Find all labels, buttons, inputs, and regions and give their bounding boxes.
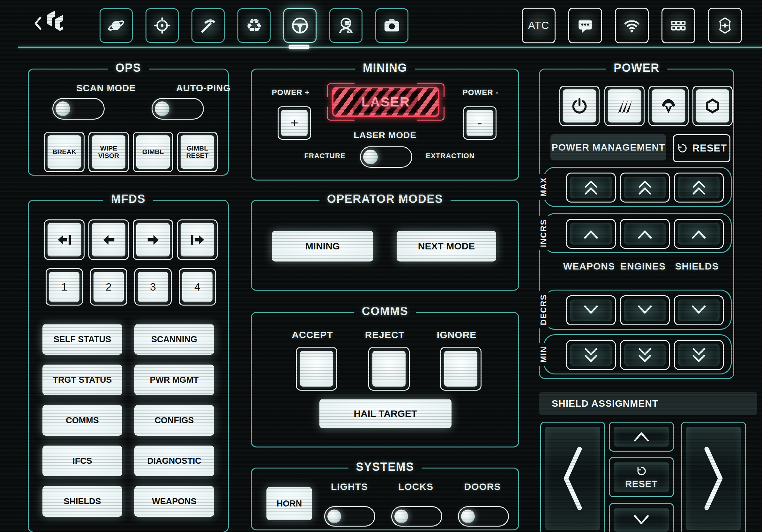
wifi-icon xyxy=(623,16,641,35)
accept-button-face xyxy=(300,351,333,386)
shield-arrow-icon xyxy=(652,89,685,122)
locks-toggle[interactable] xyxy=(391,506,442,527)
mfd-4-button[interactable]: 4 xyxy=(179,268,216,305)
ignore-button[interactable] xyxy=(440,347,482,391)
next-mode-button[interactable]: NEXT MODE xyxy=(397,231,496,262)
lights-toggle[interactable] xyxy=(324,506,375,527)
mfd-last-button[interactable] xyxy=(177,220,218,260)
power-toggle-button[interactable] xyxy=(559,86,600,126)
power-management-header: POWER MANAGEMENT xyxy=(551,134,666,161)
ignore-label: IGNORE xyxy=(426,329,487,340)
shield-assignment-title: SHIELD ASSIGNMENT xyxy=(552,398,658,409)
auto-ping-toggle[interactable] xyxy=(152,98,204,120)
weapons-min-button[interactable] xyxy=(566,340,616,370)
doors-label: DOORS xyxy=(454,481,511,492)
laser-mode-toggle[interactable] xyxy=(360,146,412,168)
shields-decrs-button[interactable] xyxy=(674,295,724,325)
shield-reset-button[interactable]: RESET xyxy=(609,457,674,497)
astronaut-icon xyxy=(336,16,355,35)
chevron-up-icon xyxy=(689,228,709,240)
mfd-ifcs-button[interactable]: IFCS xyxy=(42,445,122,476)
reject-button-face xyxy=(372,351,406,386)
doors-toggle[interactable] xyxy=(458,506,509,527)
power-settings-button[interactable] xyxy=(692,86,733,126)
shields-power-button[interactable] xyxy=(648,86,689,126)
shield-down-button[interactable] xyxy=(609,503,674,532)
emblem-button[interactable] xyxy=(708,8,742,43)
scan-mode-toggle[interactable] xyxy=(52,98,105,120)
back-button[interactable] xyxy=(33,16,43,31)
current-mode-button[interactable]: MINING xyxy=(272,231,373,262)
double-chevron-down-icon xyxy=(581,346,601,364)
weapons-incrs-button[interactable] xyxy=(566,219,616,249)
chevron-up-icon xyxy=(631,431,652,443)
ignore-button-face xyxy=(444,351,477,386)
mining-panel-title: MINING xyxy=(355,61,415,75)
mining-console-screen: { "colors": { "accent": "#4fb3ad", "dang… xyxy=(0,0,762,532)
gameglass-logo-icon xyxy=(44,10,66,37)
recycle-icon: ♻ xyxy=(246,16,262,35)
shield-reset-label: RESET xyxy=(625,479,658,489)
shield-right-button[interactable] xyxy=(681,422,746,532)
nav-crew-button[interactable] xyxy=(329,8,362,43)
nav-targeting-button[interactable] xyxy=(145,8,179,43)
mfd-2-button[interactable]: 2 xyxy=(90,268,127,305)
emblem-icon xyxy=(716,16,734,35)
power-reset-button[interactable]: RESET xyxy=(673,134,730,162)
atc-label: ATC xyxy=(528,20,550,32)
mfd-trgt-status-button[interactable]: TRGT STATUS xyxy=(42,365,122,395)
wipe-visor-button[interactable]: WIPE VISOR xyxy=(88,132,129,172)
mfd-1-button[interactable]: 1 xyxy=(45,268,83,305)
break-button[interactable]: BREAK xyxy=(44,132,85,172)
mfd-3-button[interactable]: 3 xyxy=(134,268,172,305)
mfds-panel-title: MFDS xyxy=(104,192,153,206)
mfd-pwr-mgmt-button[interactable]: PWR MGMT xyxy=(134,365,214,395)
planet-icon xyxy=(107,16,126,35)
shield-up-button[interactable] xyxy=(609,422,674,452)
engines-decrs-button[interactable] xyxy=(620,295,670,325)
engines-max-button[interactable] xyxy=(620,172,670,203)
laser-label: LASER xyxy=(334,88,438,115)
atc-button[interactable]: ATC xyxy=(522,8,556,43)
mfd-weapons-button[interactable]: WEAPONS xyxy=(134,486,214,517)
camera-icon xyxy=(382,16,402,35)
mfd-self-status-button[interactable]: SELF STATUS xyxy=(42,324,122,355)
gimbl-reset-button[interactable]: GIMBL RESET xyxy=(177,132,218,172)
gimbl-button[interactable]: GIMBL xyxy=(133,132,173,172)
accept-button[interactable] xyxy=(296,347,337,391)
mfd-scanning-button[interactable]: SCANNING xyxy=(134,324,214,355)
accept-label: ACCEPT xyxy=(282,329,343,340)
weapons-power-button[interactable] xyxy=(604,86,645,126)
chevron-up-icon xyxy=(635,228,655,240)
nav-salvage-button[interactable]: ♻ xyxy=(237,8,270,43)
weapons-max-button[interactable] xyxy=(566,172,616,203)
nav-planet-button[interactable] xyxy=(100,8,133,43)
hail-target-button[interactable]: HAIL TARGET xyxy=(319,399,451,428)
weapons-decrs-button[interactable] xyxy=(566,295,616,325)
shields-incrs-button[interactable] xyxy=(674,219,724,249)
nav-mining-button[interactable] xyxy=(191,8,225,43)
app-grid-button[interactable] xyxy=(661,8,695,43)
mfd-diagnostic-button[interactable]: DIAGNOSTIC xyxy=(134,445,214,476)
shields-max-button[interactable] xyxy=(674,172,724,203)
mfd-comms-button[interactable]: COMMS xyxy=(42,405,122,436)
wifi-button[interactable] xyxy=(615,8,649,43)
mfd-prev-button[interactable] xyxy=(88,220,129,260)
mfd-configs-button[interactable]: CONFIGS xyxy=(134,405,214,436)
chat-button[interactable] xyxy=(568,8,602,43)
engines-min-button[interactable] xyxy=(620,340,670,370)
mfd-first-button[interactable] xyxy=(44,220,85,260)
reject-button[interactable] xyxy=(368,347,410,391)
double-chevron-up-icon xyxy=(581,179,601,196)
engines-incrs-button[interactable] xyxy=(620,219,670,249)
nav-flight-button[interactable] xyxy=(283,8,317,43)
crosshair-icon xyxy=(153,16,172,35)
mfd-next-button[interactable] xyxy=(133,220,173,260)
reject-label: REJECT xyxy=(354,329,415,340)
horn-button[interactable]: HORN xyxy=(267,487,312,520)
chevron-down-icon xyxy=(635,304,655,317)
shield-left-button[interactable] xyxy=(540,422,605,532)
nav-camera-button[interactable] xyxy=(375,8,409,43)
mfd-shields-button[interactable]: SHIELDS xyxy=(42,486,122,517)
shields-min-button[interactable] xyxy=(674,340,724,370)
